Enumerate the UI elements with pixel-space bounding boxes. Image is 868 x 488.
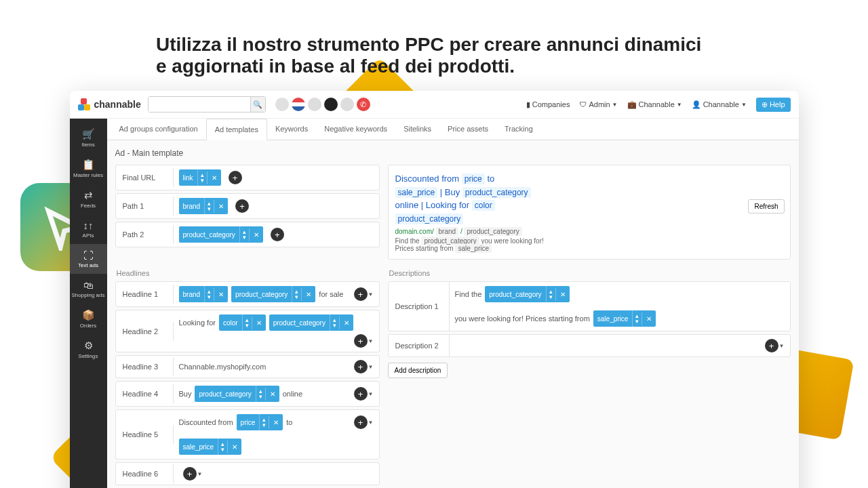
add-description-button[interactable]: Add description [388, 363, 448, 378]
tabs: Ad groups configurationAd templatesKeywo… [107, 119, 799, 140]
field-tag[interactable]: sale_price▴▾✕ [179, 439, 242, 455]
section-title: Ad - Main template [115, 148, 791, 158]
tab-tracking[interactable]: Tracking [496, 119, 541, 140]
tab-negative-keywords[interactable]: Negative keywords [316, 119, 395, 140]
org-menu[interactable]: 💼 Channable ▼ [627, 100, 682, 109]
search-box: 🔍 [148, 96, 266, 113]
tab-sitelinks[interactable]: Sitelinks [395, 119, 439, 140]
field-tag[interactable]: price▴▾✕ [237, 414, 283, 430]
add-field-button[interactable]: + [229, 171, 242, 184]
preview-token: price [462, 174, 485, 184]
add-field-button[interactable]: + [354, 334, 368, 348]
topbar: channable 🔍 ✆ ▮ Companies 🛡 Admin ▼ 💼 Ch… [70, 91, 799, 119]
preview-token: product_category [395, 214, 464, 224]
help-button[interactable]: ⊕ Help [756, 98, 791, 112]
flag-nl-icon[interactable] [292, 98, 305, 111]
sidebar: 🛒Items📋Master rules⇄Feeds↕↑APIs⛶Text ads… [70, 119, 107, 488]
field-tag[interactable]: brand▴▾✕ [179, 286, 229, 302]
field-tag[interactable]: product_category▴▾✕ [485, 286, 569, 302]
preview-token: sale_price [395, 187, 438, 198]
tab-ad-groups-configuration[interactable]: Ad groups configuration [111, 119, 206, 140]
sidebar-item-orders[interactable]: 📦Orders [70, 304, 107, 334]
sidebar-icon: ⛶ [71, 249, 106, 261]
headline-row-4: Headline 4 Buy product_category▴▾✕ onlin… [115, 381, 380, 407]
sidebar-icon: ⇄ [71, 189, 106, 201]
headline-row-3: Headline 3 Channable.myshopify.com +▼ [115, 355, 380, 378]
sort-icon[interactable]: ▴▾ [204, 286, 214, 302]
add-field-button[interactable]: + [354, 387, 368, 401]
brand-name: channable [94, 99, 141, 110]
user-menu[interactable]: 👤 Channable ▼ [692, 100, 747, 109]
sidebar-icon: 📦 [71, 309, 106, 321]
preview-url: domain.com/ brand / product_category [395, 228, 783, 235]
preview-description: Find the product_category you were looki… [395, 237, 783, 252]
remove-tag-icon[interactable]: ✕ [214, 200, 228, 213]
preview-token: color [472, 200, 495, 211]
search-input[interactable] [149, 97, 250, 112]
sidebar-item-master-rules[interactable]: 📋Master rules [70, 153, 107, 184]
url-row: Path 1brand▴▾✕+ [115, 193, 380, 219]
add-field-button[interactable]: + [354, 415, 368, 429]
sort-icon[interactable]: ▴▾ [204, 198, 214, 214]
sidebar-item-text-ads[interactable]: ⛶Text ads [70, 244, 107, 274]
headline-row-1: Headline 1 brand▴▾✕ product_category▴▾✕ … [115, 281, 380, 307]
sidebar-item-settings[interactable]: ⚙Settings [70, 334, 107, 365]
status-dots: ✆ [275, 98, 370, 111]
field-tag[interactable]: link▴▾✕ [179, 169, 221, 186]
url-row: Final URLlink▴▾✕+ [115, 165, 380, 190]
preview-headline: Discounted from price to sale_price | Bu… [395, 172, 783, 225]
refresh-button[interactable]: Refresh [748, 199, 784, 214]
tab-price-assets[interactable]: Price assets [439, 119, 496, 140]
sidebar-icon: 🛍 [71, 279, 106, 291]
search-button[interactable]: 🔍 [250, 97, 265, 112]
add-field-button[interactable]: + [183, 467, 197, 481]
grey-dot-icon [308, 98, 321, 111]
add-field-button[interactable]: + [765, 339, 778, 352]
chevron-down-icon[interactable]: ▼ [368, 291, 374, 298]
grey-dot-icon [275, 98, 289, 111]
hero-title: Utilizza il nostro strumento PPC per cre… [156, 34, 712, 77]
field-tag[interactable]: color▴▾✕ [219, 314, 266, 331]
description-row-2: Description 2 +▼ [388, 334, 791, 357]
add-field-button[interactable]: + [354, 360, 368, 373]
field-tag[interactable]: brand▴▾✕ [179, 198, 229, 214]
phone-icon[interactable]: ✆ [357, 98, 370, 111]
sort-icon[interactable]: ▴▾ [197, 169, 207, 186]
sidebar-item-feeds[interactable]: ⇄Feeds [70, 184, 107, 214]
sidebar-icon: 📋 [71, 159, 106, 171]
sidebar-item-items[interactable]: 🛒Items [70, 123, 107, 153]
admin-menu[interactable]: 🛡 Admin ▼ [579, 100, 617, 108]
tab-ad-templates[interactable]: Ad templates [206, 119, 267, 140]
remove-tag-icon[interactable]: ✕ [207, 171, 221, 184]
preview-token: product_category [462, 187, 531, 198]
add-field-button[interactable]: + [235, 199, 249, 213]
remove-tag-icon[interactable]: ✕ [214, 288, 228, 301]
sidebar-icon: ⚙ [71, 340, 106, 352]
url-row: Path 2product_category▴▾✕+ [115, 222, 380, 247]
add-field-button[interactable]: + [354, 287, 368, 301]
app-window: channable 🔍 ✆ ▮ Companies 🛡 Admin ▼ 💼 Ch… [70, 91, 799, 488]
brand-logo[interactable]: channable [78, 98, 141, 110]
remove-tag-icon[interactable]: ✕ [249, 228, 263, 241]
descriptions-title: Descriptions [389, 269, 791, 277]
headlines-title: Headlines [117, 269, 380, 277]
field-tag[interactable]: product_category▴▾✕ [231, 286, 315, 302]
field-tag[interactable]: product_category▴▾✕ [179, 226, 263, 243]
headline-row-5: Headline 5 Discounted from price▴▾✕ to +… [115, 409, 380, 460]
field-tag[interactable]: product_category▴▾✕ [195, 386, 279, 402]
headline-row-6: Headline 6 +▼ [115, 462, 380, 485]
field-tag[interactable]: product_category▴▾✕ [269, 314, 353, 331]
sidebar-item-shopping-ads[interactable]: 🛍Shopping ads [70, 274, 107, 304]
remove-tag-icon[interactable]: ✕ [301, 288, 315, 301]
sidebar-icon: 🛒 [71, 128, 106, 140]
add-field-button[interactable]: + [271, 228, 284, 241]
field-tag[interactable]: sale_price▴▾✕ [593, 310, 656, 327]
sort-icon[interactable]: ▴▾ [239, 226, 249, 243]
sidebar-icon: ↕↑ [71, 220, 106, 231]
sort-icon[interactable]: ▴▾ [292, 286, 301, 302]
tab-keywords[interactable]: Keywords [267, 119, 316, 140]
companies-link[interactable]: ▮ Companies [526, 100, 570, 109]
sidebar-item-apis[interactable]: ↕↑APIs [70, 214, 107, 244]
black-dot-icon [324, 98, 338, 111]
headline-row-2: Headline 2 Looking for color▴▾✕ product_… [115, 310, 380, 352]
